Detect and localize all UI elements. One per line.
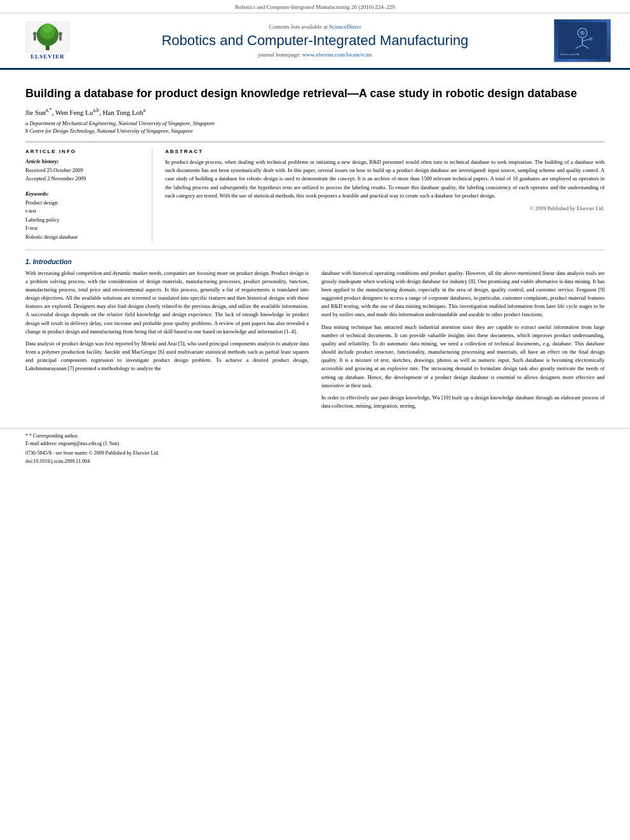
keywords-block: Keywords: Product design t-test Labeling… — [25, 190, 143, 242]
author-separator1: , Wen Feng Lu — [52, 109, 93, 116]
keyword-2: t-test — [25, 207, 143, 216]
copyright-line: © 2009 Published by Elsevier Ltd. — [165, 205, 605, 211]
body-columns: With increasing global competition and d… — [25, 269, 605, 415]
journal-header: ELSEVIER Contents lists available at Sci… — [0, 13, 630, 70]
abstract-heading: ABSTRACT — [165, 149, 605, 154]
elsevier-logo: ELSEVIER — [25, 22, 70, 60]
keyword-3: Labeling policy — [25, 216, 143, 225]
journal-cover-container: Robotics and CIM — [547, 18, 617, 63]
keyword-5: Robotic design database — [25, 233, 143, 242]
intro-section-title: 1. Introduction — [25, 258, 605, 265]
journal-title: Robotics and Computer-Integrated Manufac… — [89, 32, 541, 49]
main-content: Building a database for product design k… — [0, 70, 630, 422]
author-jie-sun: Jie Sun — [25, 109, 46, 116]
svg-point-14 — [589, 37, 593, 41]
corresponding-author-text: * Corresponding author. — [29, 433, 79, 439]
email-note: E-mail address: engsumj@nus.edu.sg (J. S… — [25, 440, 605, 448]
author-sup-ab: a,b — [93, 107, 100, 113]
article-title: Building a database for product design k… — [25, 86, 605, 101]
intro-para-r2: Data mining technique has attracted much… — [321, 323, 605, 390]
svg-point-11 — [580, 30, 584, 35]
keywords-label: Keywords: — [25, 190, 143, 197]
cover-graphic: Robotics and CIM — [556, 22, 608, 59]
accepted-date: Accepted 2 November 2009 — [25, 175, 143, 183]
elsevier-tree-icon — [25, 22, 70, 52]
article-info-column: ARTICLE INFO Article history: Received 2… — [25, 149, 152, 241]
intro-title: Introduction — [33, 258, 72, 265]
received-date: Received 25 October 2009 — [25, 166, 143, 175]
article-history-block: Article history: Received 25 October 200… — [25, 158, 143, 183]
svg-text:Robotics and CIM: Robotics and CIM — [560, 53, 579, 56]
affiliation-b: b Centre for Design Technology, National… — [25, 128, 605, 134]
authors-line: Jie Suna,*, Wen Feng Lua,b, Han Tong Loh… — [25, 107, 605, 116]
abstract-column: ABSTRACT In product design process, when… — [165, 149, 605, 241]
svg-point-5 — [33, 32, 37, 36]
intro-para-r3: In order to effectively use past design … — [321, 394, 605, 410]
sciencedirect-link[interactable]: ScienceDirect — [329, 23, 361, 30]
author-sup-a-star: a,* — [46, 107, 52, 113]
affiliation-a: a Department of Mechanical Engineering, … — [25, 120, 605, 126]
journal-homepage: journal homepage: www.elsevier.com/locat… — [89, 51, 541, 58]
elsevier-label-text: ELSEVIER — [30, 53, 65, 60]
intro-para-1: With increasing global competition and d… — [25, 269, 309, 336]
abstract-text: In product design process, when dealing … — [165, 158, 605, 200]
sciencedirect-prefix: Contents lists available at — [269, 23, 329, 30]
body-left-column: With increasing global competition and d… — [25, 269, 309, 415]
keyword-4: F-test — [25, 224, 143, 233]
svg-rect-6 — [34, 36, 36, 41]
article-info-heading: ARTICLE INFO — [25, 149, 143, 154]
keyword-1: Product design — [25, 199, 143, 208]
homepage-link[interactable]: www.elsevier.com/locate/rcim — [302, 51, 372, 58]
intro-para-2: Data analysis of product design was firs… — [25, 340, 309, 373]
svg-point-4 — [43, 23, 52, 33]
page-wrapper: Robotics and Computer-Integrated Manufac… — [0, 0, 630, 840]
journal-reference-text: Robotics and Computer-Integrated Manufac… — [235, 4, 395, 10]
section-divider — [25, 250, 605, 250]
corresponding-author-note: * * Corresponding author. — [25, 432, 605, 440]
author-separator2: , Han Tong Loh — [99, 109, 143, 116]
svg-point-7 — [58, 32, 62, 36]
elsevier-logo-container: ELSEVIER — [13, 18, 83, 63]
journal-reference-line: Robotics and Computer-Integrated Manufac… — [0, 0, 630, 13]
header-center: Contents lists available at ScienceDirec… — [83, 23, 547, 58]
doi-line: doi:10.1016/j.rcim.2009.11.004 — [25, 458, 605, 464]
body-right-column: database with historical operating condi… — [321, 269, 605, 415]
article-history-label: Article history: — [25, 158, 143, 164]
issn-line: 0736-5845/$ - see front matter © 2009 Pu… — [25, 450, 605, 456]
sciencedirect-line: Contents lists available at ScienceDirec… — [89, 23, 541, 30]
svg-rect-8 — [59, 36, 62, 41]
footer: * * Corresponding author. E-mail address… — [0, 428, 630, 469]
intro-para-r1: database with historical operating condi… — [321, 269, 605, 319]
journal-cover-image: Robotics and CIM — [554, 19, 611, 62]
intro-number: 1. — [25, 258, 31, 265]
affiliations: a Department of Mechanical Engineering, … — [25, 120, 605, 142]
homepage-prefix: journal homepage: — [258, 51, 302, 58]
info-abstract-columns: ARTICLE INFO Article history: Received 2… — [25, 149, 605, 241]
author-sup-a2: a — [143, 107, 145, 113]
